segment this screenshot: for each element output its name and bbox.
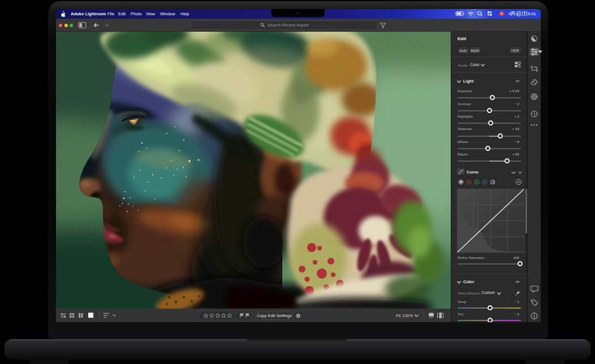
svg-text:9:41: 9:41: [528, 11, 536, 16]
svg-text:100%: 100%: [402, 313, 413, 318]
svg-text:4: 4: [508, 11, 511, 16]
svg-text:Fit: Fit: [396, 313, 401, 318]
svg-text:1: 1: [515, 11, 518, 16]
svg-text:Copy Edit Settings: Copy Edit Settings: [257, 313, 292, 318]
